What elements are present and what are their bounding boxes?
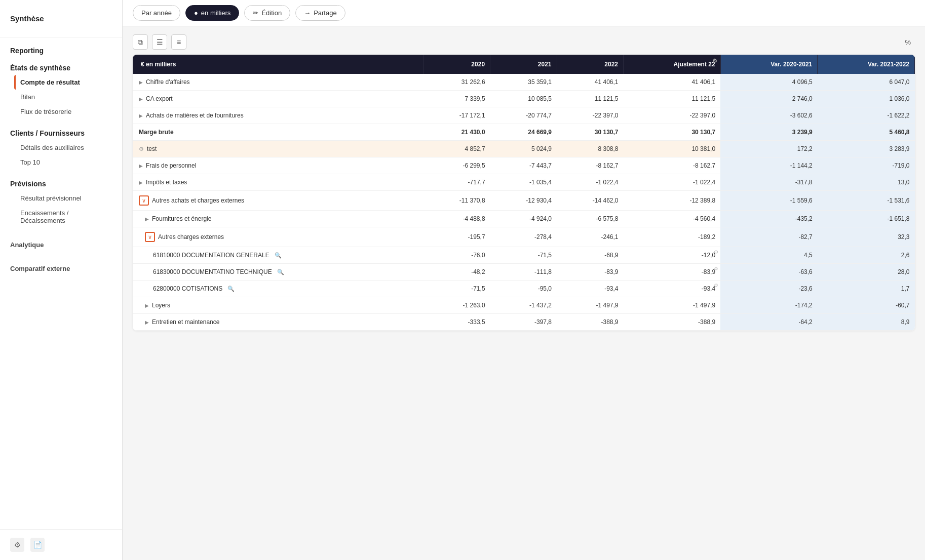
row-label-cell: 62800000 COTISATIONS 🔍 <box>133 281 423 297</box>
search-icon[interactable]: 🔍 <box>277 269 284 275</box>
chevron-right-icon[interactable]: ▶ <box>145 216 149 222</box>
search-icon[interactable]: 🔍 <box>275 252 282 259</box>
sidebar-footer: ⚙ 📄 <box>0 529 122 560</box>
sidebar-item-bilan[interactable]: Bilan <box>14 90 112 104</box>
chevron-right-icon[interactable]: ▶ <box>139 113 143 118</box>
table-row: ▶ Frais de personnel -6 299,5 -7 443,7 -… <box>133 157 915 174</box>
table-row: ∨ Autres charges externes -195,7 -278,4 … <box>133 227 915 247</box>
percent-button[interactable]: % <box>901 36 915 48</box>
table-row: ▶ Loyers -1 263,0 -1 437,2 -1 497,9 -1 4… <box>133 297 915 314</box>
row-label-cell: Marge brute <box>133 124 423 141</box>
col-header-ajustement: ⚙ Ajustement 22 <box>624 55 721 74</box>
chevron-right-icon[interactable]: ▶ <box>139 180 143 185</box>
row-gear-icon[interactable]: ⚙ <box>139 146 144 152</box>
expand-all-icon-btn[interactable]: ☰ <box>152 34 167 50</box>
chevron-right-icon[interactable]: ▶ <box>139 96 143 102</box>
row-label-cell: ▶ Impôts et taxes <box>133 174 423 191</box>
file-icon-btn[interactable]: 📄 <box>30 538 45 552</box>
table-row: ▶ CA export 7 339,5 10 085,5 11 121,5 11… <box>133 91 915 107</box>
col-header-var1: Var. 2020-2021 <box>720 55 818 74</box>
search-icon[interactable]: 🔍 <box>227 286 235 292</box>
gear-icon-cell[interactable]: ⚙ <box>714 266 718 271</box>
sidebar-previsions-title: Prévisions <box>10 180 112 188</box>
sidebar-item-comparatif[interactable]: Comparatif externe <box>10 262 112 275</box>
gear-icon-cell[interactable]: ⚙ <box>714 283 718 288</box>
row-label-cell: ▶ Frais de personnel <box>133 157 423 174</box>
table-row: ▶ Chiffre d'affaires 31 262,6 35 359,1 4… <box>133 74 915 91</box>
row-label-cell: ▶ Chiffre d'affaires <box>133 74 423 91</box>
table-toolbar-left: ⧉ ☰ ≡ <box>133 34 186 50</box>
row-label-cell: ∨ Autres charges externes <box>133 227 423 247</box>
gear-icon-cell[interactable]: ⚙ <box>714 249 718 255</box>
chevron-right-icon[interactable]: ▶ <box>145 303 149 308</box>
chevron-right-icon[interactable]: ▶ <box>145 319 149 325</box>
copy-icon-btn[interactable]: ⧉ <box>133 34 148 50</box>
row-label-cell: ∨ Autres achats et charges externes <box>133 191 423 211</box>
data-table: € en milliers 2020 2021 2022 ⚙ Ajustemen… <box>133 55 915 331</box>
table-row: ⚙ test 4 852,7 5 024,9 8 308,8 10 381,0 … <box>133 141 915 157</box>
table-row: ▶ Fournitures et énergie -4 488,8 -4 924… <box>133 211 915 227</box>
table-row: Marge brute 21 430,0 24 669,9 30 130,7 3… <box>133 124 915 141</box>
gear-icon-header[interactable]: ⚙ <box>712 58 717 64</box>
edition-button[interactable]: ✏ Édition <box>244 5 290 21</box>
sidebar-item-compte-resultat[interactable]: Compte de résultat <box>14 75 112 90</box>
chevron-right-icon[interactable]: ▶ <box>139 79 143 85</box>
table-toolbar: ⧉ ☰ ≡ % <box>133 34 915 50</box>
edit-icon: ✏ <box>253 9 258 17</box>
table-row: ▶ Achats de matières et de fournitures -… <box>133 107 915 124</box>
collapse-button[interactable]: ∨ <box>145 232 155 242</box>
settings-icon-btn[interactable]: ⚙ <box>10 538 24 552</box>
col-header-label: € en milliers <box>133 55 423 74</box>
row-label-cell: ⚙ test <box>133 141 423 157</box>
table-row: 62800000 COTISATIONS 🔍 -71,5 -95,0 -93,4… <box>133 281 915 297</box>
table-row: ▶ Entretien et maintenance -333,5 -397,8… <box>133 314 915 331</box>
row-label-cell: ▶ Loyers <box>133 297 423 314</box>
sidebar-item-reporting[interactable]: Reporting <box>10 43 112 59</box>
col-header-2021: 2021 <box>490 55 557 74</box>
sidebar-item-analytique[interactable]: Analytique <box>10 238 112 252</box>
sidebar-item-encaissements[interactable]: Encaissements / Décaissements <box>14 206 112 228</box>
table-row: ∨ Autres achats et charges externes -11 … <box>133 191 915 211</box>
par-annee-button[interactable]: Par année <box>133 5 180 21</box>
toolbar: Par année ● en milliers ✏ Édition → Part… <box>123 0 925 26</box>
row-label-cell: ▶ Entretien et maintenance <box>133 314 423 331</box>
sidebar-item-details-auxiliaires[interactable]: Détails des auxiliaires <box>14 140 112 155</box>
col-header-2022: 2022 <box>557 55 623 74</box>
row-label-cell: 61830000 DOCUMENTATINO TECHNIQUE 🔍 <box>133 264 423 281</box>
table-row: 61810000 DOCUMENTATION GENERALE 🔍 -76,0 … <box>133 247 915 264</box>
sidebar-item-resultat-prev[interactable]: Résultat prévisionnel <box>14 191 112 206</box>
row-label-cell: ▶ CA export <box>133 91 423 107</box>
sidebar-clients-fournisseurs-title: Clients / Fournisseurs <box>10 129 112 137</box>
col-header-2020: 2020 <box>423 55 490 74</box>
sidebar-etats-synthese-title: États de synthèse <box>10 64 112 72</box>
row-label-cell: ▶ Fournitures et énergie <box>133 211 423 227</box>
row-label-cell: ▶ Achats de matières et de fournitures <box>133 107 423 124</box>
chevron-right-icon[interactable]: ▶ <box>139 163 143 169</box>
collapse-button[interactable]: ∨ <box>139 195 149 206</box>
table-header-row: € en milliers 2020 2021 2022 ⚙ Ajustemen… <box>133 55 915 74</box>
collapse-all-icon-btn[interactable]: ≡ <box>171 34 186 50</box>
sidebar: Synthèse Reporting États de synthèse Com… <box>0 0 123 560</box>
main-content: Par année ● en milliers ✏ Édition → Part… <box>123 0 925 560</box>
sidebar-item-flux[interactable]: Flux de trésorerie <box>14 104 112 119</box>
sidebar-item-top10[interactable]: Top 10 <box>14 155 112 170</box>
sidebar-synthese[interactable]: Synthèse <box>10 8 112 29</box>
share-icon: → <box>304 9 311 17</box>
en-milliers-button[interactable]: ● en milliers <box>185 5 239 21</box>
table-area: ⧉ ☰ ≡ % € en milliers 2020 2021 2022 ⚙ A… <box>123 26 925 560</box>
table-row: ▶ Impôts et taxes -717,7 -1 035,4 -1 022… <box>133 174 915 191</box>
table-row: 61830000 DOCUMENTATINO TECHNIQUE 🔍 -48,2… <box>133 264 915 281</box>
col-header-var2: Var. 2021-2022 <box>818 55 915 74</box>
partage-button[interactable]: → Partage <box>295 5 345 21</box>
circle-icon: ● <box>194 9 198 17</box>
row-label-cell: 61810000 DOCUMENTATION GENERALE 🔍 <box>133 247 423 264</box>
